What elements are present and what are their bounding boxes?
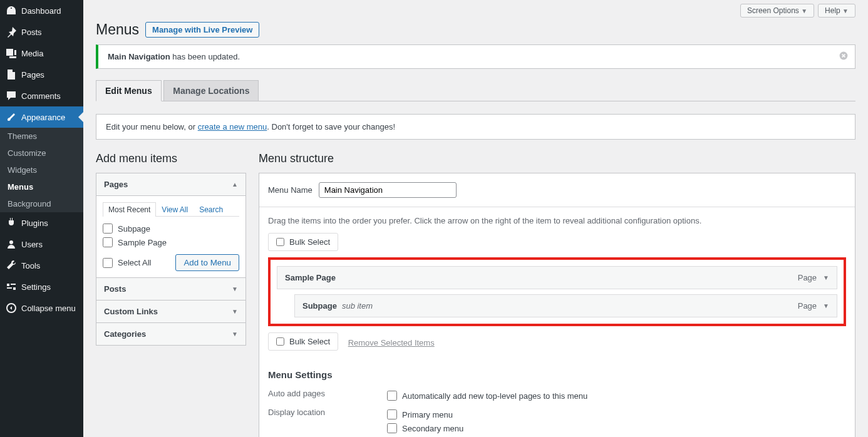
sidebar-pages[interactable]: Pages: [0, 64, 83, 85]
notice-dismiss-button[interactable]: [837, 51, 850, 63]
loc-primary[interactable]: Primary menu: [387, 408, 846, 421]
sidebar-dashboard[interactable]: Dashboard: [0, 0, 83, 21]
loc-primary-text: Primary menu: [402, 410, 453, 419]
help-button[interactable]: Help ▼: [818, 4, 855, 18]
pages-icon: [5, 68, 18, 81]
sidebar-plugins-label: Plugins: [21, 218, 48, 228]
sidebar-tools[interactable]: Tools: [0, 255, 83, 276]
chevron-up-icon: ▲: [232, 181, 238, 188]
acc-pages-header[interactable]: Pages▲: [96, 173, 245, 196]
auto-add-text: Automatically add new top-level pages to…: [402, 391, 587, 401]
sidebar-dashboard-label: Dashboard: [21, 6, 61, 16]
menu-item-type: Page: [798, 301, 817, 311]
acc-links-label: Custom Links: [104, 307, 158, 316]
item-sample[interactable]: Sample Page: [103, 235, 239, 249]
chevron-down-icon[interactable]: ▼: [823, 274, 829, 281]
acc-pages-label: Pages: [104, 180, 128, 189]
auto-add-option[interactable]: Automatically add new top-level pages to…: [387, 389, 846, 403]
item-sample-checkbox[interactable]: [103, 237, 113, 247]
acc-posts-label: Posts: [104, 284, 126, 294]
menu-name-input[interactable]: [319, 182, 457, 198]
page-title: Menus: [96, 21, 139, 38]
submenu-customize[interactable]: Customize: [0, 145, 83, 162]
bulk-select-top-label: Bulk Select: [289, 237, 330, 247]
acc-posts-header[interactable]: Posts▼: [96, 278, 245, 301]
sidebar-plugins[interactable]: Plugins: [0, 212, 83, 234]
sidebar-media[interactable]: Media: [0, 43, 83, 64]
screen-options-button[interactable]: Screen Options ▼: [740, 4, 814, 18]
subtab-recent[interactable]: Most Recent: [103, 202, 156, 217]
auto-add-label: Auto add pages: [268, 389, 387, 403]
loc-primary-checkbox[interactable]: [387, 409, 397, 419]
acc-cats-label: Categories: [104, 329, 146, 339]
tab-manage-locations[interactable]: Manage Locations: [163, 80, 259, 101]
tab-edit-menus[interactable]: Edit Menus: [96, 80, 162, 101]
display-location-label: Display location: [268, 408, 387, 435]
sidebar-appearance-label: Appearance: [21, 113, 65, 122]
acc-links-header[interactable]: Custom Links▼: [96, 301, 245, 323]
sidebar-settings[interactable]: Settings: [0, 276, 83, 297]
loc-secondary-text: Secondary menu: [402, 424, 463, 433]
item-subpage-checkbox[interactable]: [103, 224, 113, 234]
select-all[interactable]: Select All: [103, 256, 151, 270]
sidebar-appearance-submenu: Themes Customize Widgets Menus Backgroun…: [0, 128, 83, 212]
sidebar-media-label: Media: [21, 49, 43, 58]
media-icon: [5, 47, 18, 59]
bulk-select-top[interactable]: Bulk Select: [268, 233, 338, 251]
subtab-search[interactable]: Search: [194, 202, 229, 217]
chevron-down-icon: ▼: [801, 8, 807, 14]
acc-cats-header[interactable]: Categories▼: [96, 323, 245, 345]
info-box: Edit your menu below, or create a new me…: [96, 114, 855, 140]
info-before: Edit your menu below, or: [106, 122, 198, 131]
admin-sidebar: Dashboard Posts Media Pages Comments App…: [0, 0, 83, 437]
user-icon: [5, 238, 18, 250]
add-to-menu-button[interactable]: Add to Menu: [175, 254, 239, 271]
submenu-menus[interactable]: Menus: [0, 178, 83, 195]
sidebar-comments[interactable]: Comments: [0, 85, 83, 106]
sidebar-users-label: Users: [21, 240, 43, 249]
menu-settings-heading: Menu Settings: [268, 369, 846, 380]
menu-item-type: Page: [798, 273, 817, 282]
sidebar-settings-label: Settings: [21, 282, 51, 292]
chevron-down-icon: ▼: [232, 285, 238, 292]
menu-item-sample-page[interactable]: Sample Page Page▼: [277, 266, 837, 289]
subtab-viewall[interactable]: View All: [156, 202, 194, 217]
bulk-select-bottom-label: Bulk Select: [289, 337, 330, 346]
bulk-select-top-checkbox[interactable]: [276, 238, 284, 246]
loc-secondary[interactable]: Secondary menu: [387, 421, 846, 435]
item-sample-label: Sample Page: [118, 238, 167, 247]
wrench-icon: [5, 259, 18, 272]
sidebar-collapse[interactable]: Collapse menu: [0, 297, 83, 319]
bulk-select-bottom-checkbox[interactable]: [276, 337, 284, 346]
add-items-heading: Add menu items: [96, 152, 246, 165]
bulk-select-bottom[interactable]: Bulk Select: [268, 332, 338, 351]
sidebar-posts[interactable]: Posts: [0, 21, 83, 43]
item-subpage[interactable]: Subpage: [103, 222, 239, 235]
live-preview-button[interactable]: Manage with Live Preview: [145, 22, 259, 38]
sidebar-posts-label: Posts: [21, 28, 42, 37]
loc-secondary-checkbox[interactable]: [387, 423, 397, 433]
help-label: Help: [825, 6, 840, 15]
sidebar-pages-label: Pages: [21, 70, 44, 80]
pin-icon: [5, 26, 18, 38]
notice-strong: Main Navigation: [108, 52, 170, 61]
auto-add-checkbox[interactable]: [387, 391, 397, 401]
remove-selected-link[interactable]: Remove Selected Items: [348, 338, 435, 347]
submenu-widgets[interactable]: Widgets: [0, 162, 83, 178]
item-subpage-label: Subpage: [118, 224, 150, 234]
chevron-down-icon[interactable]: ▼: [823, 302, 829, 309]
menu-item-subpage[interactable]: Subpage sub item Page▼: [294, 294, 837, 317]
screen-options-label: Screen Options: [747, 6, 799, 15]
sidebar-users[interactable]: Users: [0, 234, 83, 255]
submenu-themes[interactable]: Themes: [0, 128, 83, 145]
success-notice: Main Navigation has been updated.: [96, 44, 855, 69]
chevron-down-icon: ▼: [232, 308, 238, 315]
create-new-menu-link[interactable]: create a new menu: [198, 122, 267, 131]
submenu-background[interactable]: Background: [0, 195, 83, 212]
settings-icon: [5, 280, 18, 293]
acc-pages-body: Most Recent View All Search Subpage Samp…: [96, 196, 245, 278]
collapse-icon: [5, 302, 18, 314]
menu-item-title: Sample Page: [285, 273, 336, 282]
select-all-checkbox[interactable]: [103, 258, 113, 268]
sidebar-appearance[interactable]: Appearance: [0, 106, 83, 128]
